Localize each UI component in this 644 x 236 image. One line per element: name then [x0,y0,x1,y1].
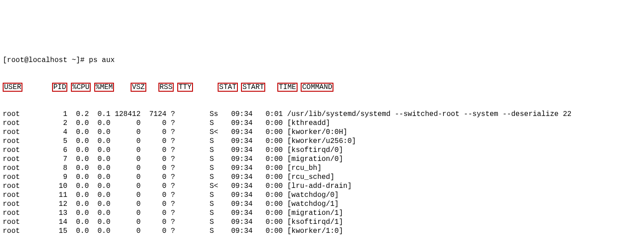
prompt-line: [root@localhost ~]# ps aux [3,56,641,65]
process-row: root 2 0.0 0.0 0 0 ? S 09:34 0:00 [kthre… [3,119,641,128]
terminal-output: [root@localhost ~]# ps aux USER PID %CPU… [3,38,641,236]
col-start: START [241,83,265,92]
col-stat: STAT [218,83,237,92]
col-time: TIME [277,83,297,92]
process-row: root 10 0.0 0.0 0 0 ? S< 09:34 0:00 [lru… [3,182,641,191]
process-row: root 6 0.0 0.0 0 0 ? S 09:34 0:00 [ksoft… [3,146,641,155]
process-row: root 9 0.0 0.0 0 0 ? S 09:34 0:00 [rcu_s… [3,173,641,182]
col-pid: PID [52,83,68,92]
col-tty: TTY [177,83,193,92]
process-row: root 13 0.0 0.0 0 0 ? S 09:34 0:00 [migr… [3,209,641,218]
process-row: root 1 0.2 0.1 128412 7124 ? Ss 09:34 0:… [3,110,641,119]
process-row: root 12 0.0 0.0 0 0 ? S 09:34 0:00 [watc… [3,200,641,209]
process-rows: root 1 0.2 0.1 128412 7124 ? Ss 09:34 0:… [3,110,641,236]
process-row: root 7 0.0 0.0 0 0 ? S 09:34 0:00 [migra… [3,155,641,164]
header-line: USER PID %CPU %MEM VSZ RSS TTY STAT STAR… [3,83,641,92]
process-row: root 14 0.0 0.0 0 0 ? S 09:34 0:00 [ksof… [3,218,641,227]
process-row: root 8 0.0 0.0 0 0 ? S 09:34 0:00 [rcu_b… [3,164,641,173]
col-command: COMMAND [301,83,333,92]
col-vsz: VSZ [131,83,146,92]
col-user: USER [3,83,22,92]
process-row: root 5 0.0 0.0 0 0 ? S 09:34 0:00 [kwork… [3,137,641,146]
process-row: root 11 0.0 0.0 0 0 ? S 09:34 0:00 [watc… [3,191,641,200]
col-mem: %MEM [94,83,114,92]
col-cpu: %CPU [71,83,91,92]
process-row: root 4 0.0 0.0 0 0 ? S< 09:34 0:00 [kwor… [3,128,641,137]
process-row: root 15 0.0 0.0 0 0 ? S 09:34 0:00 [kwor… [3,227,641,236]
col-rss: RSS [158,83,174,92]
